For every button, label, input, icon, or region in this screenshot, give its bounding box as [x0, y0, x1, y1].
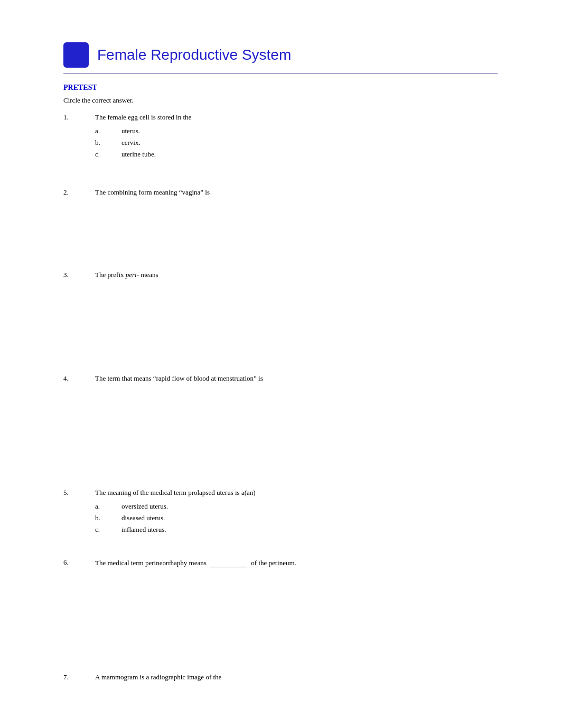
question-5-number: 5.	[63, 489, 95, 537]
option-label: b.	[95, 139, 121, 147]
question-3-text: The prefix peri- means	[95, 271, 498, 279]
question-7: 7. A mammogram is a radiographic image o…	[63, 673, 498, 681]
section-label: PRETEST	[63, 84, 498, 92]
question-4: 4. The term that means “rapid flow of bl…	[63, 374, 498, 383]
question-2-content: The combining form meaning “vagina” is	[95, 188, 210, 196]
question-3-content: The prefix peri- means	[95, 271, 158, 279]
option-text: oversized uterus.	[121, 502, 168, 511]
option-text: inflamed uterus.	[121, 526, 166, 534]
question-7-text: A mammogram is a radiographic image of t…	[95, 673, 498, 681]
option-text: uterine tube.	[121, 150, 156, 159]
question-7-content: A mammogram is a radiographic image of t…	[95, 673, 221, 681]
list-item: a. uterus.	[95, 127, 498, 135]
list-item: b. cervix.	[95, 139, 498, 147]
list-item: c. inflamed uterus.	[95, 526, 498, 534]
question-7-number: 7.	[63, 673, 95, 681]
list-item: c. uterine tube.	[95, 150, 498, 159]
header-icon	[63, 42, 89, 68]
option-label: a.	[95, 502, 121, 511]
question-5-options: a. oversized uterus. b. diseased uterus.…	[95, 502, 498, 534]
question-1-number: 1.	[63, 113, 95, 162]
option-text: cervix.	[121, 139, 141, 147]
question-1-options: a. uterus. b. cervix. c. uterine tube.	[95, 127, 498, 159]
question-1-text: The female egg cell is stored in the a. …	[95, 113, 498, 162]
question-4-text: The term that means “rapid flow of blood…	[95, 374, 498, 383]
instruction-text: Circle the correct answer.	[63, 96, 498, 105]
list-item: b. diseased uterus.	[95, 514, 498, 522]
question-3: 3. The prefix peri- means	[63, 271, 498, 279]
question-6-text: The medical term perineorrhaphy means of…	[95, 558, 498, 567]
option-text: uterus.	[121, 127, 140, 135]
question-2: 2. The combining form meaning “vagina” i…	[63, 188, 498, 197]
option-label: b.	[95, 514, 121, 522]
question-6: 6. The medical term perineorrhaphy means…	[63, 558, 498, 567]
question-1-content: The female egg cell is stored in the	[95, 113, 191, 121]
question-6-content: The medical term perineorrhaphy means of…	[95, 559, 296, 567]
option-label: a.	[95, 127, 121, 135]
question-2-number: 2.	[63, 188, 95, 197]
question-5-text: The meaning of the medical term prolapse…	[95, 489, 498, 537]
question-4-number: 4.	[63, 374, 95, 383]
question-2-text: The combining form meaning “vagina” is	[95, 188, 498, 197]
header-section: Female Reproductive System	[63, 42, 498, 74]
question-5: 5. The meaning of the medical term prola…	[63, 489, 498, 537]
question-3-number: 3.	[63, 271, 95, 279]
option-label: c.	[95, 150, 121, 159]
blank-line	[210, 558, 247, 567]
question-1: 1. The female egg cell is stored in the …	[63, 113, 498, 162]
page-title: Female Reproductive System	[97, 47, 291, 63]
list-item: a. oversized uterus.	[95, 502, 498, 511]
option-text: diseased uterus.	[121, 514, 165, 522]
question-6-number: 6.	[63, 558, 95, 567]
question-4-content: The term that means “rapid flow of blood…	[95, 374, 263, 382]
question-5-content: The meaning of the medical term prolapse…	[95, 489, 256, 496]
option-label: c.	[95, 526, 121, 534]
